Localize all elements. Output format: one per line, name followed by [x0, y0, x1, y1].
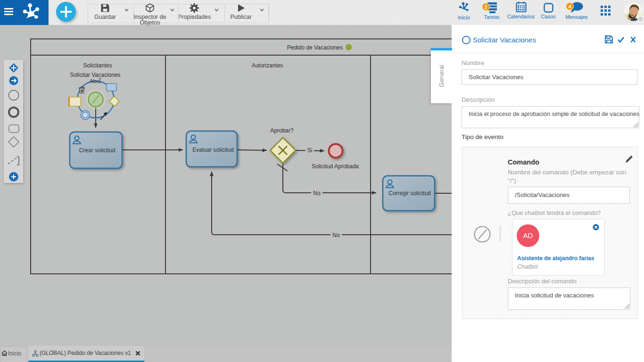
- svg-text:Solicitantes: Solicitantes: [83, 62, 112, 69]
- svg-text:Solicitar Vacaciones: Solicitar Vacaciones: [70, 72, 120, 78]
- svg-text:No: No: [313, 190, 321, 197]
- svg-text:No: No: [332, 232, 340, 239]
- svg-text:Corregir solicitud: Corregir solicitud: [388, 190, 431, 197]
- svg-text:Crear solicitud: Crear solicitud: [79, 147, 116, 154]
- svg-text:Solicitud Aprobada: Solicitud Aprobada: [312, 163, 359, 170]
- svg-text:Autorizantes: Autorizantes: [252, 62, 283, 69]
- svg-text:Si: Si: [307, 147, 313, 154]
- svg-text:Abc: Abc: [90, 78, 99, 84]
- svg-text:Pedido de Vacaciones: Pedido de Vacaciones: [287, 44, 343, 51]
- svg-text:Aprobar?: Aprobar?: [270, 127, 294, 134]
- svg-text:Evaluar solicitud: Evaluar solicitud: [192, 147, 233, 153]
